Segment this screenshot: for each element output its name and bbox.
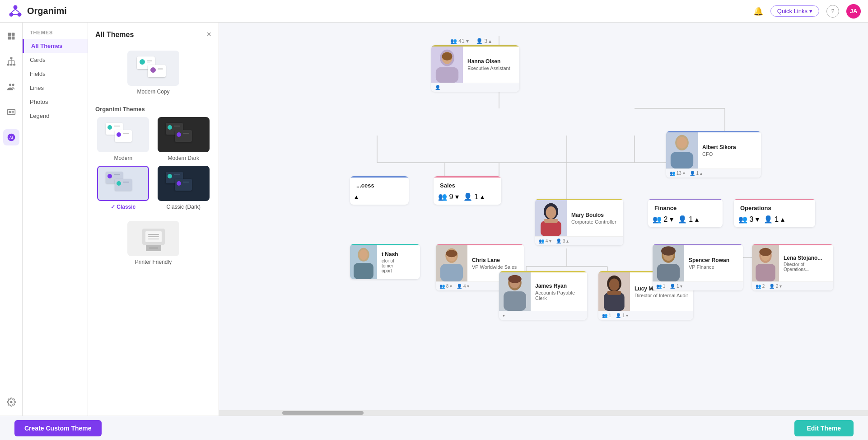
info-chris-lane: Chris Lane VP Worldwide Sales bbox=[467, 253, 524, 273]
themes-nav-fields[interactable]: Fields bbox=[23, 67, 88, 81]
node-mary-boulos[interactable]: Mary Boulos Corporate Controller 👥 4 ▾ 👤… bbox=[535, 199, 623, 245]
navbar-right: 🔔 Quick Links ▾ ? JA bbox=[753, 4, 861, 19]
themes-label: THEMES bbox=[23, 30, 88, 39]
themes-nav-photos[interactable]: Photos bbox=[23, 95, 88, 109]
footer-james-ryan: ▾ bbox=[499, 311, 587, 320]
notification-bell-icon[interactable]: 🔔 bbox=[753, 6, 763, 16]
info-lena-stojanovic: Lena Stojano... Director of Operations..… bbox=[779, 251, 833, 276]
node-t-nash[interactable]: t Nash ctor oftomeroport bbox=[350, 244, 420, 279]
org-chart: 👥 41 ▾ 👤 3 ▴ bbox=[228, 36, 770, 361]
total-count: 👥 41 ▾ bbox=[450, 38, 469, 44]
node-james-ryan[interactable]: James Ryan Accounts Payable Clerk ▾ bbox=[499, 271, 587, 320]
svg-rect-10 bbox=[10, 57, 12, 59]
all-themes-panel: All Themes × bbox=[88, 23, 219, 416]
theme-label-modern-dark: Modern Dark bbox=[168, 155, 199, 161]
close-button[interactable]: × bbox=[206, 30, 211, 39]
theme-label-modern: Modern bbox=[114, 155, 132, 161]
dept-footer-access: ▴ bbox=[350, 191, 409, 205]
logo-icon bbox=[7, 3, 23, 19]
svg-rect-70 bbox=[604, 293, 624, 311]
svg-line-4 bbox=[15, 9, 19, 12]
footer-hanna-olsen: 👤 bbox=[431, 83, 519, 92]
theme-card-modern-copy[interactable]: Modern Copy bbox=[95, 51, 211, 95]
svg-point-61 bbox=[546, 206, 556, 219]
theme-card-classic[interactable]: ✓ Classic bbox=[95, 166, 151, 210]
themes-nav-legend[interactable]: Legend bbox=[23, 109, 88, 123]
user-avatar[interactable]: JA bbox=[846, 4, 861, 19]
node-hanna-olsen[interactable]: Hanna Olsen Executive Assistant 👤 bbox=[431, 45, 519, 92]
node-albert-sikora[interactable]: Albert Sikora CFO 👥 13 ▾ 👤 1 ▴ bbox=[666, 131, 761, 178]
info-t-nash: t Nash ctor oftomeroport bbox=[377, 248, 420, 277]
svg-rect-71 bbox=[607, 291, 621, 295]
footer-albert-sikora: 👥 13 ▾ 👤 1 ▴ bbox=[666, 169, 761, 178]
scrollbar[interactable] bbox=[219, 410, 868, 416]
theme-preview-printer-friendly bbox=[127, 221, 179, 256]
modern-copy-section: Modern Copy bbox=[88, 45, 219, 100]
photo-james-ryan bbox=[499, 272, 531, 311]
create-custom-theme-button[interactable]: Create Custom Theme bbox=[14, 420, 102, 436]
svg-text:AI: AI bbox=[9, 136, 12, 140]
node-spencer-rowan[interactable]: Spencer Rowan VP Finance 👥 1 👤 1 ▾ bbox=[653, 244, 743, 290]
navbar: Organimi 🔔 Quick Links ▾ ? JA bbox=[0, 0, 868, 23]
svg-rect-73 bbox=[657, 264, 680, 281]
info-james-ryan: James Ryan Accounts Payable Clerk bbox=[531, 279, 587, 304]
theme-label-classic-dark: Classic (Dark) bbox=[167, 204, 201, 210]
edit-theme-button[interactable]: Edit Theme bbox=[794, 420, 854, 436]
svg-point-52 bbox=[677, 137, 687, 148]
node-sales-dept[interactable]: Sales 👥 9 ▾ 👤 1 ▴ bbox=[434, 176, 501, 205]
themes-nav-cards[interactable]: Cards bbox=[23, 53, 88, 67]
organimi-themes-section: Organimi Themes bbox=[88, 100, 219, 215]
sidebar-item-people[interactable] bbox=[3, 79, 19, 95]
footer-spencer-rowan: 👥 1 👤 1 ▾ bbox=[653, 281, 743, 290]
svg-rect-13 bbox=[13, 64, 15, 66]
node-access-dept[interactable]: ...cess ▴ bbox=[350, 176, 409, 205]
node-lena-stojanovic[interactable]: Lena Stojano... Director of Operations..… bbox=[752, 244, 833, 290]
photo-albert-sikora bbox=[666, 132, 698, 169]
theme-card-classic-dark[interactable]: Classic (Dark) bbox=[156, 166, 212, 210]
sidebar-item-dashboard[interactable] bbox=[3, 28, 19, 44]
dept-header-access: ...cess bbox=[350, 178, 409, 191]
bottom-bar: Create Custom Theme Edit Theme bbox=[0, 416, 868, 440]
svg-point-55 bbox=[359, 249, 368, 260]
svg-rect-57 bbox=[440, 264, 463, 281]
svg-rect-11 bbox=[7, 64, 9, 66]
dept-header-finance: Finance bbox=[648, 200, 723, 213]
scroll-thumb[interactable] bbox=[282, 411, 364, 415]
theme-card-printer-friendly[interactable]: Printer Friendly bbox=[95, 221, 211, 265]
sidebar-item-ai[interactable]: AI bbox=[3, 129, 19, 145]
svg-line-3 bbox=[11, 9, 15, 12]
theme-card-modern-dark[interactable]: Modern Dark bbox=[156, 117, 212, 161]
sidebar-item-id[interactable] bbox=[3, 104, 19, 120]
themes-grid: Modern bbox=[95, 117, 211, 210]
theme-preview-classic-dark bbox=[158, 166, 210, 201]
svg-point-79 bbox=[759, 248, 771, 256]
themes-nav-all-themes[interactable]: All Themes bbox=[23, 39, 88, 53]
photo-spencer-rowan bbox=[653, 245, 684, 281]
theme-label-classic: ✓ Classic bbox=[111, 204, 135, 210]
svg-rect-7 bbox=[11, 33, 14, 36]
organimi-themes-title: Organimi Themes bbox=[95, 106, 211, 112]
svg-rect-77 bbox=[756, 264, 775, 281]
theme-label-modern-copy: Modern Copy bbox=[137, 89, 169, 95]
all-themes-title: All Themes bbox=[95, 31, 134, 39]
quick-links-button[interactable]: Quick Links ▾ bbox=[770, 5, 819, 17]
svg-rect-51 bbox=[671, 152, 693, 169]
theme-preview-modern-dark bbox=[158, 117, 210, 152]
dept-footer-sales: 👥 9 ▾ 👤 1 ▴ bbox=[434, 191, 501, 205]
node-operations-dept[interactable]: Operations 👥 3 ▾ 👤 1 ▴ bbox=[734, 199, 815, 227]
node-finance-dept[interactable]: Finance 👥 2 ▾ 👤 1 ▴ bbox=[648, 199, 723, 227]
theme-card-modern[interactable]: Modern bbox=[95, 117, 151, 161]
help-button[interactable]: ? bbox=[826, 5, 839, 18]
svg-rect-63 bbox=[544, 219, 558, 223]
dept-header-sales: Sales bbox=[434, 178, 501, 191]
sidebar-item-org[interactable] bbox=[3, 53, 19, 70]
svg-point-49 bbox=[442, 52, 453, 61]
svg-rect-9 bbox=[11, 37, 14, 40]
sidebar-item-settings[interactable] bbox=[3, 394, 19, 410]
direct-count: 👤 3 ▴ bbox=[476, 38, 491, 44]
theme-preview-modern-copy bbox=[127, 51, 179, 86]
org-canvas[interactable]: 👥 41 ▾ 👤 3 ▴ bbox=[219, 23, 868, 410]
svg-point-59 bbox=[446, 250, 457, 257]
themes-nav-lines[interactable]: Lines bbox=[23, 81, 88, 95]
svg-rect-12 bbox=[10, 64, 12, 66]
